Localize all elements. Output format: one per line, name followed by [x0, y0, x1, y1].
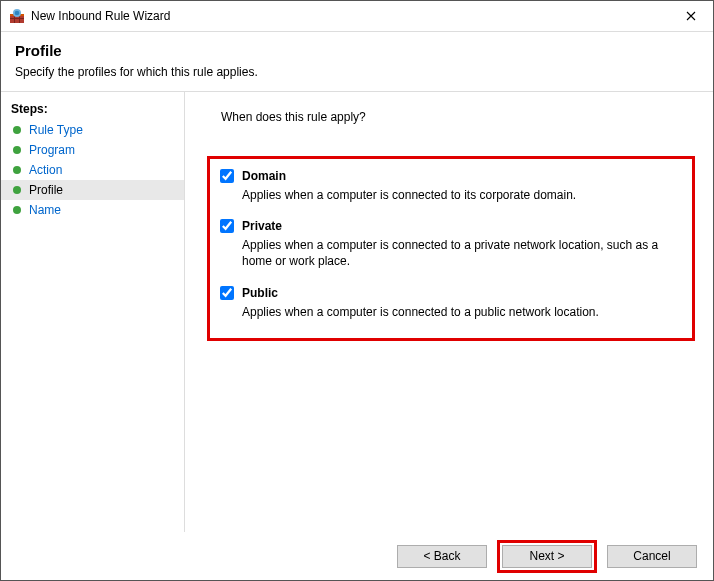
highlighted-options: Domain Applies when a computer is connec…	[207, 156, 695, 341]
step-bullet-icon	[13, 206, 21, 214]
option-private-row[interactable]: Private	[220, 219, 680, 233]
domain-checkbox[interactable]	[220, 169, 234, 183]
step-link[interactable]: Program	[29, 143, 75, 157]
next-highlight: Next >	[497, 540, 597, 573]
cancel-button[interactable]: Cancel	[607, 545, 697, 568]
option-label: Private	[242, 219, 282, 233]
prompt-text: When does this rule apply?	[221, 110, 689, 124]
option-description: Applies when a computer is connected to …	[242, 187, 680, 203]
wizard-body: Steps: Rule Type Program Action Profile …	[1, 92, 713, 532]
step-bullet-icon	[13, 146, 21, 154]
titlebar: New Inbound Rule Wizard	[1, 1, 713, 32]
step-action[interactable]: Action	[1, 160, 184, 180]
svg-point-6	[15, 11, 20, 16]
back-button[interactable]: < Back	[397, 545, 487, 568]
window-title: New Inbound Rule Wizard	[31, 9, 668, 23]
option-public: Public Applies when a computer is connec…	[220, 286, 680, 320]
step-link[interactable]: Name	[29, 203, 61, 217]
step-bullet-icon	[13, 126, 21, 134]
wizard-header: Profile Specify the profiles for which t…	[1, 32, 713, 92]
step-label: Profile	[29, 183, 63, 197]
option-public-row[interactable]: Public	[220, 286, 680, 300]
step-profile[interactable]: Profile	[1, 180, 184, 200]
option-description: Applies when a computer is connected to …	[242, 304, 680, 320]
step-bullet-icon	[13, 166, 21, 174]
option-label: Public	[242, 286, 278, 300]
public-checkbox[interactable]	[220, 286, 234, 300]
next-button[interactable]: Next >	[502, 545, 592, 568]
step-rule-type[interactable]: Rule Type	[1, 120, 184, 140]
step-program[interactable]: Program	[1, 140, 184, 160]
steps-heading: Steps:	[1, 98, 184, 120]
wizard-footer: < Back Next > Cancel	[1, 532, 713, 580]
step-name[interactable]: Name	[1, 200, 184, 220]
svg-rect-2	[10, 18, 24, 19]
option-description: Applies when a computer is connected to …	[242, 237, 680, 269]
step-link[interactable]: Rule Type	[29, 123, 83, 137]
close-button[interactable]	[668, 1, 713, 31]
option-domain-row[interactable]: Domain	[220, 169, 680, 183]
page-description: Specify the profiles for which this rule…	[15, 65, 699, 79]
step-bullet-icon	[13, 186, 21, 194]
page-title: Profile	[15, 42, 699, 59]
content-area: When does this rule apply? Domain Applie…	[185, 92, 713, 532]
step-link[interactable]: Action	[29, 163, 62, 177]
option-private: Private Applies when a computer is conne…	[220, 219, 680, 269]
wizard-window: New Inbound Rule Wizard Profile Specify …	[0, 0, 714, 581]
private-checkbox[interactable]	[220, 219, 234, 233]
option-label: Domain	[242, 169, 286, 183]
firewall-icon	[9, 8, 25, 24]
steps-sidebar: Steps: Rule Type Program Action Profile …	[1, 92, 185, 532]
option-domain: Domain Applies when a computer is connec…	[220, 169, 680, 203]
